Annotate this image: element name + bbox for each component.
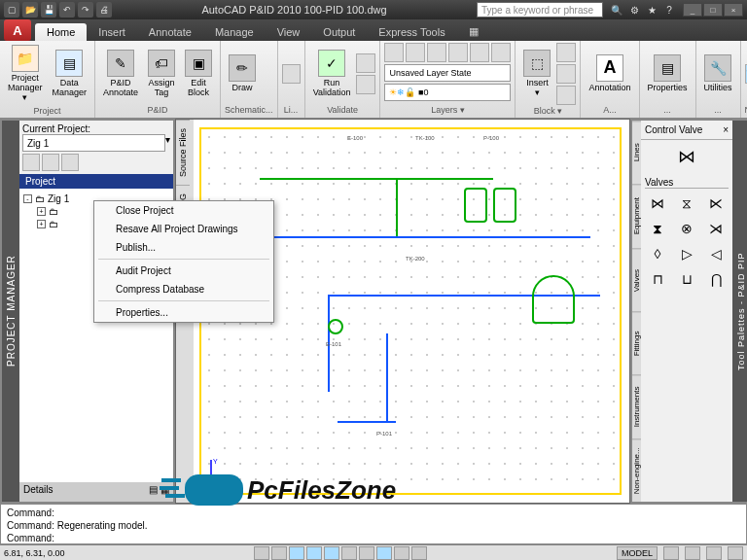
validate-opt2[interactable] <box>356 75 375 94</box>
favorites-icon[interactable]: ★ <box>644 2 659 18</box>
pipe[interactable] <box>386 333 388 421</box>
draw-button[interactable]: ✏Draw <box>225 52 260 95</box>
pm-tree[interactable]: -🗀 Zig 1 +🗀 +🗀 Close Project Resave All … <box>19 189 173 482</box>
pm-tb-new-icon[interactable] <box>22 154 40 171</box>
valve-angle-icon[interactable]: ◁ <box>703 243 729 264</box>
pipe[interactable] <box>260 178 493 180</box>
block-edit-icon[interactable] <box>556 64 576 84</box>
utilities-button[interactable]: 🔧Utilities <box>700 52 736 95</box>
osnap-toggle[interactable] <box>324 546 339 560</box>
qat-print-icon[interactable]: 🖨 <box>96 2 112 18</box>
close-button[interactable]: × <box>724 3 743 17</box>
tp-tab-fittings[interactable]: Fittings <box>632 311 641 374</box>
maximize-button[interactable]: □ <box>703 3 723 17</box>
validate-opt1[interactable] <box>356 53 375 73</box>
tp-tab-lines[interactable]: Lines <box>632 121 641 184</box>
vessel[interactable] <box>493 188 516 223</box>
pm-details-bar[interactable]: Details▤ ▦ <box>19 482 173 502</box>
line-icon[interactable] <box>282 64 301 84</box>
pm-combo-dropdown-icon[interactable]: ▾ <box>165 134 170 152</box>
layer-lock-icon[interactable] <box>470 43 489 62</box>
snap-toggle[interactable] <box>254 546 269 560</box>
ctx-audit-project[interactable]: Audit Project <box>94 262 273 280</box>
pipe[interactable] <box>338 421 396 423</box>
ortho-toggle[interactable] <box>289 546 304 560</box>
minimize-button[interactable]: _ <box>683 3 702 17</box>
qat-open-icon[interactable]: 📂 <box>22 2 38 18</box>
pm-tb-settings-icon[interactable] <box>61 154 79 171</box>
side-tab-source[interactable]: Source Files <box>176 120 190 185</box>
tab-insert[interactable]: Insert <box>87 23 137 41</box>
valve-3way-icon[interactable]: ⊓ <box>645 268 670 290</box>
sb-ann-icon[interactable] <box>685 546 700 560</box>
app-menu-button[interactable]: A <box>4 19 31 41</box>
tp-tab-valves[interactable]: Valves <box>632 248 641 311</box>
ctx-properties[interactable]: Properties... <box>94 303 273 322</box>
pump-icon[interactable] <box>328 319 343 334</box>
tp-title[interactable]: Tool Palettes - P&ID PIP <box>732 121 747 502</box>
valve-plug-icon[interactable]: ◊ <box>645 243 670 264</box>
ducs-toggle[interactable] <box>359 546 374 560</box>
qat-undo-icon[interactable]: ↶ <box>59 2 75 18</box>
layer-current-combo[interactable]: ☀ ❄ 🔓 ■ 0 <box>384 84 511 101</box>
sb-ws-icon[interactable] <box>706 546 722 560</box>
valve-butterfly-icon[interactable]: ⊗ <box>674 218 699 239</box>
qat-new-icon[interactable]: ▢ <box>4 2 19 18</box>
layer-state-combo[interactable]: Unsaved Layer State <box>384 64 511 82</box>
otrack-toggle[interactable] <box>341 546 357 560</box>
valve-4way-icon[interactable]: ⊔ <box>674 268 699 290</box>
pid-annotate-button[interactable]: ✎P&ID Annotate <box>99 48 142 100</box>
layer-off-icon[interactable] <box>491 43 511 62</box>
ctx-close-project[interactable]: Close Project <box>94 201 273 220</box>
ctx-publish[interactable]: Publish... <box>94 238 273 257</box>
pm-tab-project[interactable]: Project <box>19 174 173 189</box>
lwt-toggle[interactable] <box>394 546 409 560</box>
command-line[interactable]: Command: Command: Regenerating model. Co… <box>0 504 747 544</box>
vessel[interactable] <box>464 188 487 223</box>
qat-save-icon[interactable]: 💾 <box>41 2 56 18</box>
sb-tray-icon[interactable] <box>728 546 743 560</box>
ctx-resave-all[interactable]: Resave All Project Drawings <box>94 220 273 238</box>
layer-props-icon[interactable] <box>384 43 404 62</box>
qat-redo-icon[interactable]: ↷ <box>78 2 93 18</box>
insert-block-button[interactable]: ⬚Insert ▾ <box>519 48 554 100</box>
layer-iso-icon[interactable] <box>427 43 446 62</box>
tab-extra-icon[interactable]: ▦ <box>457 22 490 41</box>
tab-express-tools[interactable]: Express Tools <box>367 23 456 41</box>
properties-button[interactable]: ▤Properties <box>644 52 692 95</box>
tp-tab-equipment[interactable]: Equipment <box>632 184 641 247</box>
annotation-button[interactable]: AAnnotation <box>585 52 634 95</box>
valve-needle-icon[interactable]: ⋊ <box>703 218 729 239</box>
tab-view[interactable]: View <box>266 23 312 41</box>
tank[interactable] <box>532 275 575 324</box>
close-icon[interactable]: × <box>723 124 729 135</box>
tab-home[interactable]: Home <box>35 23 87 41</box>
ctx-compress-db[interactable]: Compress Database <box>94 280 273 298</box>
search-input[interactable]: Type a keyword or phrase <box>477 2 603 18</box>
valve-gate-icon[interactable]: ⋈ <box>645 192 670 214</box>
valve-diaphragm-icon[interactable]: ⋂ <box>703 268 729 290</box>
pm-tb-refresh-icon[interactable] <box>42 154 59 171</box>
pm-title[interactable]: PROJECT MANAGER <box>2 121 19 502</box>
infocenter-search-icon[interactable]: 🔍 <box>609 2 624 18</box>
grid-toggle[interactable] <box>271 546 287 560</box>
pipe[interactable] <box>396 178 398 236</box>
polar-toggle[interactable] <box>306 546 322 560</box>
block-attr-icon[interactable] <box>556 86 576 105</box>
valve-check-icon[interactable]: ⋉ <box>703 192 729 214</box>
tab-annotate[interactable]: Annotate <box>137 23 203 41</box>
project-manager-button[interactable]: 📁Project Manager ▾ <box>4 43 47 105</box>
qp-toggle[interactable] <box>411 546 427 560</box>
pipe[interactable] <box>260 236 590 238</box>
pm-project-combo[interactable] <box>22 134 165 152</box>
run-validation-button[interactable]: ✓Run Validation <box>309 48 355 100</box>
tab-output[interactable]: Output <box>311 23 367 41</box>
model-space-button[interactable]: MODEL <box>617 546 658 560</box>
layer-freeze-icon[interactable] <box>448 43 468 62</box>
comm-center-icon[interactable]: ⚙ <box>626 2 642 18</box>
data-manager-button[interactable]: ▤Data Manager <box>49 48 91 100</box>
valve-globe-icon[interactable]: ⧖ <box>674 192 699 214</box>
control-valve-icon[interactable]: ⋈ <box>678 147 695 166</box>
edit-block-button[interactable]: ▣Edit Block <box>181 48 216 100</box>
tab-manage[interactable]: Manage <box>203 23 266 41</box>
